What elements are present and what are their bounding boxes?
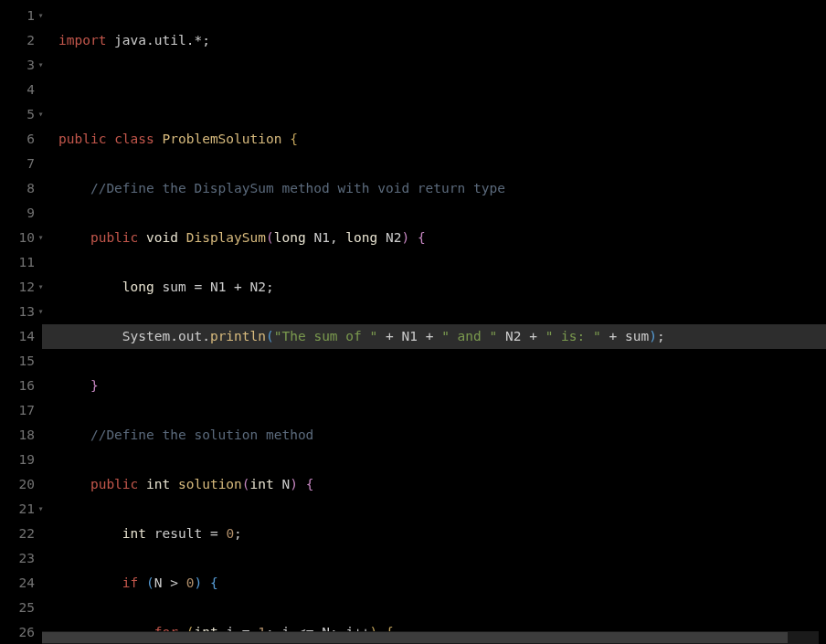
line-number-foldable[interactable]: 10 bbox=[0, 226, 35, 250]
comment: //Define the DisplaySum method with void… bbox=[90, 181, 505, 195]
system: System bbox=[122, 329, 170, 343]
brace-open: { bbox=[418, 230, 426, 245]
type-int: int bbox=[250, 477, 274, 491]
plus: + bbox=[234, 280, 242, 294]
keyword-public: public bbox=[90, 230, 138, 245]
line-number: 4 bbox=[0, 78, 35, 102]
line-number: 2 bbox=[0, 28, 35, 53]
line-number: 11 bbox=[0, 250, 35, 275]
plus: + bbox=[529, 329, 537, 343]
code-line-highlighted[interactable]: System.out.println("The sum of " + N1 + … bbox=[42, 324, 826, 349]
code-line[interactable]: import java.util.*; bbox=[58, 28, 826, 53]
type-long: long bbox=[274, 230, 306, 245]
param: N bbox=[282, 477, 291, 491]
line-number: 17 bbox=[0, 398, 35, 423]
string: " is: " bbox=[545, 329, 601, 343]
code-line[interactable]: int result = 0; bbox=[58, 522, 826, 546]
line-number-foldable[interactable]: 12 bbox=[0, 275, 35, 300]
pkg-util: util bbox=[154, 33, 186, 48]
paren-open: ( bbox=[242, 477, 250, 491]
line-number-foldable[interactable]: 1 bbox=[0, 4, 35, 28]
code-line[interactable]: } bbox=[58, 374, 826, 398]
line-number: 7 bbox=[0, 152, 35, 176]
line-number: 9 bbox=[0, 201, 35, 226]
line-number: 14 bbox=[0, 324, 35, 349]
class-name: ProblemSolution bbox=[163, 132, 282, 146]
line-number: 23 bbox=[0, 546, 35, 571]
code-line[interactable]: public void DisplaySum(long N1, long N2)… bbox=[58, 226, 826, 250]
dot: . bbox=[202, 329, 210, 343]
paren-close: ) bbox=[194, 575, 202, 590]
code-line[interactable]: long sum = N1 + N2; bbox=[58, 275, 826, 300]
keyword-public: public bbox=[58, 132, 106, 146]
plus: + bbox=[386, 329, 394, 343]
code-line[interactable]: public int solution(int N) { bbox=[58, 472, 826, 497]
pkg-java: java bbox=[106, 33, 146, 48]
code-line[interactable]: //Define the DisplaySum method with void… bbox=[58, 176, 826, 201]
paren-open: ( bbox=[146, 575, 154, 590]
line-number-foldable[interactable]: 21 bbox=[0, 497, 35, 522]
line-number: 25 bbox=[0, 596, 35, 620]
keyword-if: if bbox=[122, 575, 138, 590]
code-line[interactable]: //Define the solution method bbox=[58, 423, 826, 448]
string: " and " bbox=[441, 329, 497, 343]
paren-close: ) bbox=[649, 329, 657, 343]
println: println bbox=[210, 329, 266, 343]
plus: + bbox=[426, 329, 434, 343]
line-number: 18 bbox=[0, 423, 35, 448]
line-number: 19 bbox=[0, 448, 35, 472]
brace-open: { bbox=[306, 477, 314, 491]
semi: ; bbox=[234, 526, 242, 541]
var: N1 bbox=[401, 329, 417, 343]
paren-close: ) bbox=[290, 477, 298, 491]
plus: + bbox=[609, 329, 617, 343]
dot: . bbox=[170, 329, 178, 343]
dot: . bbox=[146, 33, 154, 48]
paren-open: ( bbox=[266, 230, 274, 245]
comma: , bbox=[330, 230, 338, 245]
param: N1 bbox=[313, 230, 329, 245]
type-long: long bbox=[345, 230, 377, 245]
string: "The sum of " bbox=[274, 329, 378, 343]
var: N bbox=[154, 575, 163, 590]
var: sum bbox=[163, 280, 186, 294]
method-name: DisplaySum bbox=[186, 230, 266, 245]
semi: ; bbox=[657, 329, 665, 343]
line-number-foldable[interactable]: 3 bbox=[0, 53, 35, 78]
scrollbar-thumb[interactable] bbox=[42, 632, 788, 643]
type-int: int bbox=[146, 477, 170, 491]
code-line[interactable]: public class ProblemSolution { bbox=[58, 127, 826, 152]
horizontal-scrollbar[interactable] bbox=[42, 631, 819, 644]
brace-open: { bbox=[210, 575, 218, 590]
eq: = bbox=[210, 526, 218, 541]
code-area[interactable]: import java.util.*; public class Problem… bbox=[42, 0, 826, 644]
line-number-foldable[interactable]: 13 bbox=[0, 300, 35, 324]
comment: //Define the solution method bbox=[90, 428, 313, 442]
var: N1 bbox=[210, 280, 226, 294]
eq: = bbox=[194, 280, 202, 294]
line-number-foldable[interactable]: 5 bbox=[0, 102, 35, 127]
code-line[interactable]: if (N > 0) { bbox=[58, 571, 826, 596]
type-long: long bbox=[122, 280, 154, 294]
line-number: 6 bbox=[0, 127, 35, 152]
line-number: 15 bbox=[0, 349, 35, 374]
param: N2 bbox=[386, 230, 401, 245]
code-editor[interactable]: 1234567891011121314151617181920212223242… bbox=[0, 0, 826, 644]
line-number: 20 bbox=[0, 472, 35, 497]
line-number-gutter: 1234567891011121314151617181920212223242… bbox=[0, 0, 42, 644]
var: result bbox=[154, 526, 202, 541]
type-void: void bbox=[146, 230, 178, 245]
code-line[interactable] bbox=[58, 78, 826, 102]
keyword-public: public bbox=[90, 477, 138, 491]
var: N2 bbox=[505, 329, 521, 343]
var: sum bbox=[625, 329, 649, 343]
line-number: 8 bbox=[0, 176, 35, 201]
gt: > bbox=[170, 575, 178, 590]
rest: .*; bbox=[186, 33, 210, 48]
type-int: int bbox=[122, 526, 146, 541]
line-number: 24 bbox=[0, 571, 35, 596]
line-number: 26 bbox=[0, 620, 35, 644]
paren-open: ( bbox=[266, 329, 274, 343]
brace-close: } bbox=[90, 378, 99, 393]
number: 0 bbox=[226, 526, 234, 541]
